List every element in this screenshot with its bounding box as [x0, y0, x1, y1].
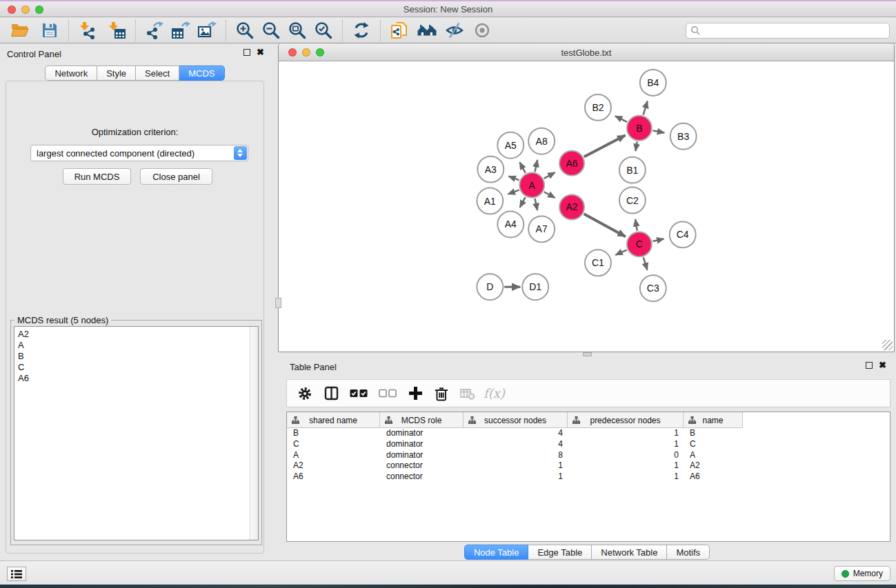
graph-edge-A-A6[interactable] [544, 172, 555, 179]
table-cell[interactable]: 1 [568, 439, 684, 450]
mcds-result-item[interactable]: A2 [18, 329, 258, 340]
column-header-shared-name[interactable]: shared name [287, 412, 380, 428]
graph-edge-B-B3[interactable] [653, 130, 664, 132]
table-cell[interactable]: B [287, 428, 380, 439]
table-settings-button[interactable] [295, 383, 315, 404]
select-all-button[interactable] [347, 383, 370, 404]
export-image-button[interactable] [197, 19, 217, 41]
table-cell[interactable]: A6 [684, 472, 743, 483]
column-header-successor-nodes[interactable]: successor nodes [464, 412, 568, 428]
zoom-out-button[interactable] [261, 19, 281, 41]
deselect-all-button[interactable] [376, 383, 399, 404]
network-window-titlebar[interactable]: testGlobe.txt [279, 43, 894, 61]
graph-node-B4[interactable]: B4 [640, 70, 666, 96]
mcds-result-item[interactable]: A [18, 340, 258, 351]
table-row[interactable]: Bdominator41B [287, 428, 890, 439]
graph-node-A8[interactable]: A8 [528, 128, 555, 154]
hide-selected-button[interactable] [445, 19, 464, 41]
network-canvas[interactable]: B4 B2 B B3 A8 A5 A6 A3 B1 A C2 A1 A2 A4 … [279, 61, 894, 352]
table-cell[interactable]: dominator [380, 439, 464, 450]
table-cell[interactable]: dominator [380, 450, 464, 461]
memory-button[interactable]: Memory [834, 566, 890, 581]
graph-edge-C-C3[interactable] [644, 257, 648, 270]
graph-edge-A-A1[interactable] [508, 190, 519, 194]
table-cell[interactable]: A [684, 450, 743, 461]
graph-node-A3[interactable]: A3 [477, 156, 504, 183]
table-cell[interactable]: 1 [568, 472, 684, 483]
table-cell[interactable]: 1 [568, 460, 684, 472]
zoom-in-button[interactable] [235, 19, 255, 41]
zoom-selected-button[interactable] [314, 19, 333, 41]
graph-node-C2[interactable]: C2 [619, 187, 646, 214]
graph-edge-A6-B[interactable] [584, 135, 626, 156]
graph-node-C4[interactable]: C4 [670, 221, 696, 247]
table-cell[interactable]: connector [380, 472, 464, 483]
left-edge-grip[interactable] [275, 298, 281, 308]
graph-node-D1[interactable]: D1 [522, 274, 548, 300]
column-header-name[interactable]: name [684, 412, 743, 428]
tab-select[interactable]: Select [136, 65, 179, 81]
optimization-criterion-dropdown[interactable]: largest connected component (directed) [30, 145, 248, 161]
graph-node-A2[interactable]: A2 [559, 195, 584, 220]
add-row-button[interactable] [405, 383, 426, 404]
tab-network[interactable]: Network [45, 65, 97, 81]
graph-node-A4[interactable]: A4 [497, 211, 524, 237]
tab-motifs[interactable]: Motifs [667, 545, 710, 560]
table-cell[interactable]: 4 [464, 428, 568, 439]
column-header-predecessor-nodes[interactable]: predecessor nodes [568, 412, 684, 428]
graph-node-A7[interactable]: A7 [528, 216, 555, 242]
table-cell[interactable]: 1 [464, 460, 568, 472]
graph-edge-A-A5[interactable] [519, 162, 525, 173]
refresh-layout-button[interactable] [352, 19, 371, 41]
graph-node-A1[interactable]: A1 [477, 188, 503, 214]
graph-edge-B-B4[interactable] [644, 101, 648, 115]
graph-node-A5[interactable]: A5 [497, 132, 524, 159]
show-all-button[interactable] [472, 19, 492, 41]
table-cell[interactable]: 8 [464, 450, 568, 461]
float-table-panel-icon[interactable] [866, 362, 873, 369]
result-scrollbar[interactable] [250, 327, 258, 540]
tab-node-table[interactable]: Node Table [464, 545, 529, 560]
graph-node-C3[interactable]: C3 [640, 275, 666, 301]
tab-style[interactable]: Style [97, 65, 136, 81]
toggle-columns-button[interactable] [321, 383, 341, 404]
table-cell[interactable]: C [287, 439, 380, 450]
table-row[interactable]: A2connector11A2 [287, 460, 890, 472]
table-cell[interactable]: connector [380, 460, 464, 472]
graph-edge-A-A7[interactable] [535, 199, 537, 210]
table-cell[interactable]: dominator [380, 428, 464, 439]
search-input[interactable] [701, 24, 889, 37]
table-cell[interactable]: 0 [568, 450, 684, 461]
graph-edge-A-A8[interactable] [535, 160, 537, 172]
table-cell[interactable]: 1 [464, 472, 568, 483]
graph-edge-B-B2[interactable] [615, 116, 627, 122]
close-panel-button[interactable]: Close panel [140, 168, 212, 185]
delete-rows-button[interactable] [431, 383, 452, 404]
import-table-button[interactable] [107, 19, 126, 41]
column-header-MCDS-role[interactable]: MCDS role [380, 412, 464, 428]
graph-node-A[interactable]: A [519, 173, 544, 198]
task-history-button[interactable] [7, 567, 26, 581]
zoom-fit-button[interactable] [288, 19, 307, 41]
table-cell[interactable]: A2 [287, 460, 380, 472]
graph-node-B2[interactable]: B2 [585, 94, 611, 121]
table-cell[interactable]: A2 [684, 460, 743, 472]
close-panel-icon[interactable]: ✖ [257, 49, 264, 56]
graph-node-C1[interactable]: C1 [585, 250, 611, 276]
resize-grip-icon[interactable] [882, 340, 893, 350]
table-cell[interactable]: 1 [568, 428, 684, 439]
graph-edge-B-B1[interactable] [635, 141, 637, 151]
run-mcds-button[interactable]: Run MCDS [63, 168, 131, 185]
graph-edge-A-A2[interactable] [544, 192, 555, 198]
graph-node-B[interactable]: B [627, 116, 652, 141]
table-cell[interactable]: A [287, 450, 380, 461]
mcds-result-item[interactable]: C [18, 362, 258, 373]
export-network-button[interactable] [145, 19, 164, 41]
mcds-result-item[interactable]: A6 [18, 373, 258, 384]
save-session-button[interactable] [40, 19, 59, 41]
table-cell[interactable]: 4 [464, 439, 568, 450]
graph-edge-C-C1[interactable] [615, 250, 626, 255]
float-panel-icon[interactable] [243, 49, 250, 56]
table-row[interactable]: A6connector11A6 [287, 472, 890, 483]
clone-network-button[interactable] [390, 19, 409, 41]
